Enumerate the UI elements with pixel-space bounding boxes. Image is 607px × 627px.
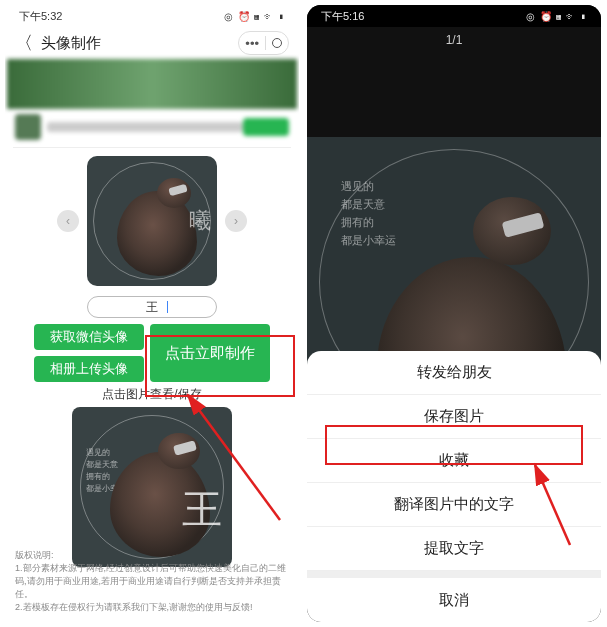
translate-text-button[interactable]: 翻译图片中的文字 xyxy=(307,483,601,527)
status-icons: ◎ ⏰ ▦ ᯤ ▮ xyxy=(224,11,285,22)
image-counter: 1/1 xyxy=(307,33,601,47)
back-icon[interactable]: 〈 xyxy=(15,31,33,55)
image-viewer[interactable]: 1/1 遇见的 都是天意 拥有的 都是小幸运 王 xyxy=(307,27,601,397)
cancel-button[interactable]: 取消 xyxy=(307,578,601,622)
copyright-footer: 版权说明: 1.部分素材来源于网络,经过创意设计后可帮助您快速美化自己的二维码,… xyxy=(15,549,289,614)
get-wechat-avatar-button[interactable]: 获取微信头像 xyxy=(34,324,144,350)
next-template-icon[interactable]: › xyxy=(225,210,247,232)
name-input[interactable]: 王 xyxy=(87,296,217,318)
account-row[interactable] xyxy=(5,109,299,145)
capsule-menu[interactable]: ••• xyxy=(238,31,289,55)
status-time: 下午5:16 xyxy=(321,9,364,24)
save-image-button[interactable]: 保存图片 xyxy=(307,395,601,439)
make-now-button[interactable]: 点击立即制作 xyxy=(150,324,270,382)
action-sheet: 转发给朋友 保存图片 收藏 翻译图片中的文字 提取文字 取消 xyxy=(307,351,601,622)
follow-button[interactable] xyxy=(243,118,289,136)
close-miniprogram-icon[interactable] xyxy=(272,38,282,48)
status-icons: ◎ ⏰ ▦ ᯤ ▮ xyxy=(526,11,587,22)
status-bar: 下午5:16 ◎ ⏰ ▦ ᯤ ▮ xyxy=(307,5,601,27)
viewer-poem: 遇见的 都是天意 拥有的 都是小幸运 xyxy=(341,177,396,249)
menu-dots-icon[interactable]: ••• xyxy=(245,36,259,51)
name-input-value: 王 xyxy=(146,299,158,316)
extract-text-button[interactable]: 提取文字 xyxy=(307,527,601,571)
forward-to-friend-button[interactable]: 转发给朋友 xyxy=(307,351,601,395)
template-carousel: ‹ 曦 › xyxy=(5,150,299,290)
avatar-template-preview[interactable]: 曦 xyxy=(87,156,217,286)
save-hint: 点击图片查看/保存 xyxy=(5,386,299,403)
result-character: 王 xyxy=(182,482,222,537)
result-avatar[interactable]: 遇见的 都是天意 拥有的 都是小幸运 王 xyxy=(72,407,232,567)
page-title: 头像制作 xyxy=(41,34,101,53)
status-bar: 下午5:32 ◎ ⏰ ▦ ᯤ ▮ xyxy=(5,5,299,27)
phone-right: 下午5:16 ◎ ⏰ ▦ ᯤ ▮ 1/1 遇见的 都是天意 拥有的 都是小幸运 … xyxy=(307,5,601,622)
upload-from-album-button[interactable]: 相册上传头像 xyxy=(34,356,144,382)
preview-character: 曦 xyxy=(189,206,211,236)
status-time: 下午5:32 xyxy=(19,9,62,24)
phone-left: 下午5:32 ◎ ⏰ ▦ ᯤ ▮ 〈 头像制作 ••• ‹ 曦 › 王 xyxy=(5,5,299,622)
account-avatar xyxy=(15,114,41,140)
account-name xyxy=(47,122,243,132)
prev-template-icon[interactable]: ‹ xyxy=(57,210,79,232)
favorite-button[interactable]: 收藏 xyxy=(307,439,601,483)
nav-bar: 〈 头像制作 ••• xyxy=(5,27,299,59)
action-buttons: 获取微信头像 相册上传头像 点击立即制作 xyxy=(5,324,299,382)
banner-image xyxy=(7,59,297,109)
